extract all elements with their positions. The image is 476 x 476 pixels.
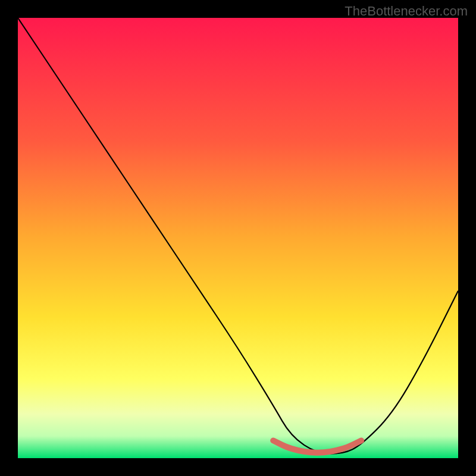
gradient-background (18, 18, 458, 458)
watermark-text: TheBottlenecker.com (345, 4, 468, 19)
chart-svg (18, 18, 458, 458)
chart-canvas (18, 18, 458, 458)
